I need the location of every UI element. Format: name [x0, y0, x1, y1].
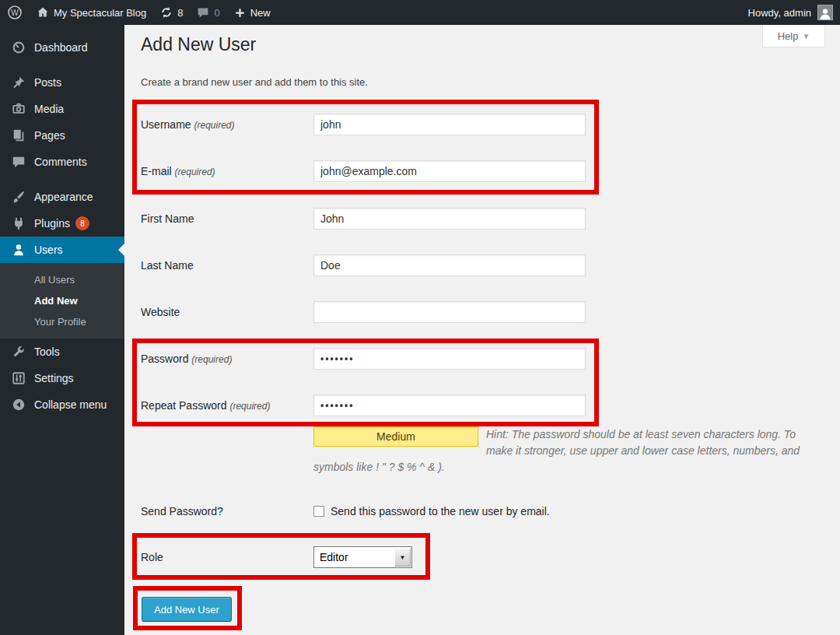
sidebar-item-posts[interactable]: Posts — [0, 69, 124, 96]
sidebar-item-users[interactable]: Users — [0, 237, 124, 263]
repeat-password-input[interactable] — [313, 395, 586, 416]
avatar — [817, 5, 833, 20]
send-password-checkbox-label: Send this password to the new user by em… — [331, 500, 550, 522]
sidebar-item-label: Pages — [34, 129, 65, 142]
wordpress-logo-menu[interactable]: W — [0, 0, 30, 25]
user-icon — [11, 242, 26, 258]
website-input[interactable] — [313, 301, 586, 323]
password-label: Password (required) — [141, 348, 310, 370]
menu-gap — [0, 61, 124, 69]
required-note: (required) — [229, 401, 270, 412]
sidebar-item-collapse-menu[interactable]: Collapse menu — [0, 391, 124, 418]
email-label: E-mail (required) — [141, 160, 310, 182]
svg-text:W: W — [11, 9, 19, 17]
username-label: Username (required) — [141, 114, 310, 135]
comments-menu[interactable]: 0 — [190, 0, 226, 25]
admin-bar: W My Spectacular Blog 8 0 New Howdy, adm… — [0, 0, 840, 25]
sidebar-item-appearance[interactable]: Appearance — [0, 184, 124, 210]
sidebar-item-label: Settings — [34, 372, 74, 384]
admin-sidebar: Dashboard Posts Media Pages Comments App… — [0, 25, 124, 635]
plug-icon — [11, 216, 26, 231]
last-name-input[interactable] — [313, 254, 586, 276]
new-label: New — [250, 7, 271, 19]
password-strength-meter: Medium — [313, 426, 478, 447]
camera-icon — [11, 101, 26, 117]
add-new-user-button[interactable]: Add New User — [142, 597, 232, 622]
pushpin-icon — [11, 75, 26, 90]
sidebar-item-media[interactable]: Media — [0, 96, 124, 122]
avatar-person-icon — [819, 7, 831, 19]
username-input[interactable] — [313, 114, 586, 135]
updates-menu[interactable]: 8 — [153, 0, 190, 25]
role-selected-value: Editor — [314, 551, 394, 563]
page-description: Create a brand new user and add them to … — [141, 76, 368, 88]
send-password-checkbox[interactable] — [313, 506, 324, 517]
howdy-text: Howdy, admin — [748, 7, 811, 19]
submenu-item-add-new[interactable]: Add New — [0, 290, 124, 311]
brush-icon — [11, 189, 26, 205]
plugins-update-badge: 8 — [75, 216, 89, 230]
update-count: 8 — [177, 7, 183, 19]
sidebar-item-plugins[interactable]: Plugins 8 — [0, 210, 124, 237]
last-name-label: Last Name — [141, 254, 310, 276]
required-note: (required) — [194, 120, 234, 131]
comment-bubble-icon — [197, 6, 209, 19]
sidebar-item-label: Tools — [34, 346, 60, 358]
role-select[interactable]: Editor ▼ — [313, 546, 412, 568]
my-account-menu[interactable]: Howdy, admin — [741, 0, 840, 25]
website-label: Website — [141, 301, 310, 323]
collapse-arrow-icon — [11, 397, 26, 412]
password-strength-area: Medium Hint: The password should be at l… — [313, 426, 805, 475]
menu-gap — [0, 25, 124, 34]
first-name-label: First Name — [141, 208, 310, 230]
sidebar-item-settings[interactable]: Settings — [0, 365, 124, 391]
sidebar-item-label: Collapse menu — [34, 398, 107, 411]
main-content: Add New User Create a brand new user and… — [124, 25, 840, 635]
email-input[interactable] — [313, 160, 586, 182]
sidebar-item-label: Comments — [34, 156, 87, 168]
sidebar-item-label: Users — [34, 244, 63, 256]
page-title: Add New User — [141, 34, 256, 55]
required-note: (required) — [175, 167, 215, 177]
comment-bubble-icon — [11, 154, 26, 170]
site-name: My Spectacular Blog — [54, 7, 146, 19]
select-dropdown-arrow-icon: ▼ — [394, 548, 411, 567]
sidebar-item-label: Plugins — [34, 217, 70, 230]
sliders-icon — [11, 370, 26, 386]
comment-count: 0 — [214, 7, 219, 19]
sidebar-item-comments[interactable]: Comments — [0, 149, 124, 175]
submenu-item-all-users[interactable]: All Users — [0, 269, 124, 290]
home-icon — [37, 6, 49, 19]
plus-icon — [234, 7, 246, 19]
pages-icon — [11, 128, 26, 143]
submenu-item-your-profile[interactable]: Your Profile — [0, 311, 124, 332]
sidebar-item-label: Posts — [34, 76, 61, 89]
sidebar-item-pages[interactable]: Pages — [0, 122, 124, 149]
role-label: Role — [141, 546, 310, 568]
menu-gap — [0, 175, 124, 184]
sidebar-item-label: Appearance — [34, 191, 93, 203]
sidebar-item-dashboard[interactable]: Dashboard — [0, 34, 124, 61]
password-input[interactable] — [313, 348, 586, 370]
users-submenu: All Users Add New Your Profile — [0, 263, 124, 339]
sidebar-item-tools[interactable]: Tools — [0, 339, 124, 365]
wrench-icon — [11, 344, 26, 360]
send-password-label: Send Password? — [141, 500, 310, 522]
sidebar-item-label: Media — [34, 103, 64, 115]
site-name-menu[interactable]: My Spectacular Blog — [30, 0, 153, 25]
updates-icon — [160, 6, 173, 19]
dashboard-icon — [11, 40, 26, 55]
first-name-input[interactable] — [313, 208, 586, 230]
repeat-password-label: Repeat Password (required) — [141, 395, 310, 416]
sidebar-item-label: Dashboard — [34, 41, 88, 54]
new-content-menu[interactable]: New — [227, 0, 278, 25]
required-note: (required) — [191, 354, 232, 365]
wordpress-logo-icon: W — [7, 5, 23, 20]
